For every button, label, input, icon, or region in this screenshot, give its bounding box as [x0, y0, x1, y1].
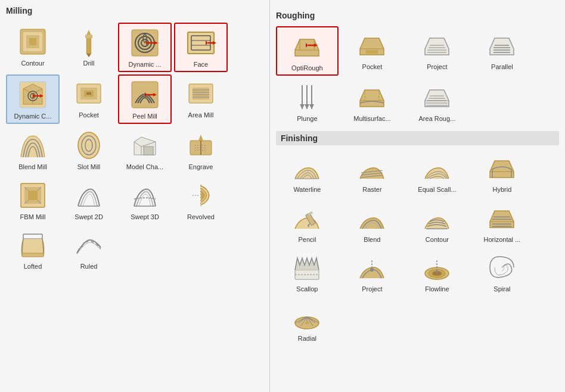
radial-icon: [291, 301, 322, 332]
roughing-title: Roughing: [276, 11, 559, 23]
area-mill-label: Area Mill: [188, 111, 214, 119]
project-f-icon: [356, 252, 387, 283]
area-mill-icon: [185, 78, 216, 109]
ruled-icon: [73, 229, 104, 260]
pocket-label: Pocket: [79, 111, 99, 119]
scallop-label: Scallop: [296, 285, 318, 293]
finishing-grid: Waterline Raster: [276, 149, 559, 345]
revolved-label: Revolved: [187, 213, 215, 221]
dynamic-c-icon: [17, 79, 48, 110]
milling-title: Milling: [6, 6, 263, 18]
tool-raster[interactable]: Raster: [341, 149, 403, 196]
tool-face[interactable]: Face: [174, 23, 228, 72]
svg-rect-38: [193, 88, 209, 99]
svg-rect-7: [85, 35, 92, 38]
area-rough-icon: [421, 82, 452, 113]
tool-project-f[interactable]: Project: [341, 248, 403, 295]
roughing-grid: OptiRough Pocket: [276, 26, 559, 125]
optirough-icon: [291, 31, 322, 62]
tool-swept-3d[interactable]: Swept 3D: [118, 176, 172, 223]
tool-spiral[interactable]: Spiral: [471, 248, 533, 295]
ruled-label: Ruled: [80, 263, 98, 270]
pocket-icon: [73, 78, 104, 109]
tool-pocket[interactable]: Pocket: [62, 74, 116, 124]
fbm-mill-label: FBM Mill: [20, 213, 46, 221]
tool-horizontal[interactable]: Horizontal ...: [471, 199, 533, 246]
drill-icon: [73, 26, 104, 57]
dynamic-mill-icon: [129, 27, 160, 58]
tool-peel-mill[interactable]: Peel Mill: [118, 74, 172, 124]
right-panel: Roughing OptiRough: [270, 0, 565, 392]
peel-mill-label: Peel Mill: [132, 113, 157, 120]
svg-point-124: [305, 322, 309, 324]
tool-fbm-mill[interactable]: FBM Mill: [6, 176, 60, 223]
tool-hybrid[interactable]: Hybrid: [471, 149, 533, 196]
spiral-label: Spiral: [493, 285, 510, 293]
tool-multisurface[interactable]: Multisurfac...: [341, 78, 403, 125]
dynamic-c-label: Dynamic C...: [14, 113, 52, 120]
svg-rect-32: [86, 92, 91, 95]
tool-dynamic-mill[interactable]: Dynamic ...: [118, 23, 172, 72]
tool-area-rough[interactable]: Area Roug...: [406, 78, 468, 125]
area-rough-label: Area Roug...: [419, 115, 456, 123]
horizontal-label: Horizontal ...: [484, 236, 521, 244]
tool-lofted[interactable]: Lofted: [6, 226, 60, 273]
finishing-title: Finishing: [276, 131, 559, 145]
slot-mill-icon: [73, 130, 104, 161]
tool-pencil[interactable]: Pencil: [276, 199, 339, 246]
svg-marker-48: [198, 135, 203, 141]
pocket-r-label: Pocket: [362, 63, 383, 71]
project-r-label: Project: [427, 63, 447, 71]
tool-area-mill[interactable]: Area Mill: [174, 74, 228, 124]
tool-blend-mill[interactable]: Blend Mill: [6, 126, 60, 173]
svg-point-107: [370, 268, 374, 272]
scallop-icon: [291, 252, 322, 283]
peel-mill-icon: [129, 79, 160, 110]
tool-revolved[interactable]: Revolved: [174, 176, 228, 223]
tool-drill[interactable]: Drill: [62, 23, 116, 72]
tool-parallel-r[interactable]: Parallel: [471, 26, 533, 76]
engrave-label: Engrave: [189, 163, 213, 171]
tool-optirough[interactable]: OptiRough: [276, 26, 339, 76]
equal-scall-label: Equal Scall...: [418, 186, 456, 194]
tool-blend-f[interactable]: Blend: [341, 199, 403, 246]
tool-contour[interactable]: Contour: [6, 23, 60, 72]
pocket-r-icon: [356, 30, 387, 61]
slot-mill-label: Slot Mill: [77, 163, 101, 171]
tool-project-r[interactable]: Project: [406, 26, 468, 76]
blend-mill-icon: [17, 130, 48, 161]
svg-rect-46: [144, 147, 153, 155]
svg-rect-74: [366, 50, 378, 54]
flowline-icon: [421, 252, 452, 283]
drill-label: Drill: [83, 60, 95, 67]
tool-slot-mill[interactable]: Slot Mill: [62, 126, 116, 173]
tool-radial[interactable]: Radial: [276, 298, 339, 345]
swept-3d-label: Swept 3D: [131, 213, 159, 221]
swept-2d-icon: [73, 180, 104, 211]
raster-icon: [356, 153, 387, 183]
tool-equal-scall[interactable]: Equal Scall...: [406, 149, 468, 196]
tool-swept-2d[interactable]: Swept 2D: [62, 176, 116, 223]
tool-scallop[interactable]: Scallop: [276, 248, 339, 295]
face-icon: [185, 27, 216, 58]
tool-dynamic-c[interactable]: Dynamic C...: [6, 74, 60, 124]
face-label: Face: [194, 61, 208, 69]
svg-rect-55: [28, 191, 38, 200]
tool-engrave[interactable]: Engrave: [174, 126, 228, 173]
pencil-label: Pencil: [298, 236, 316, 244]
tool-flowline[interactable]: Flowline: [406, 248, 468, 295]
svg-rect-62: [22, 253, 44, 257]
tool-plunge[interactable]: Plunge: [276, 78, 339, 125]
plunge-icon: [291, 82, 322, 113]
contour-label: Contour: [21, 60, 44, 67]
tool-ruled[interactable]: Ruled: [62, 226, 116, 273]
tool-model-cha[interactable]: Model Cha...: [118, 126, 172, 173]
spiral-icon: [486, 252, 517, 283]
plunge-label: Plunge: [297, 115, 317, 123]
waterline-icon: [291, 153, 322, 183]
tool-pocket-r[interactable]: Pocket: [341, 26, 403, 76]
tool-waterline[interactable]: Waterline: [276, 149, 339, 196]
svg-rect-61: [23, 234, 42, 239]
engrave-icon: [185, 130, 216, 161]
tool-contour-f[interactable]: Contour: [406, 199, 468, 246]
